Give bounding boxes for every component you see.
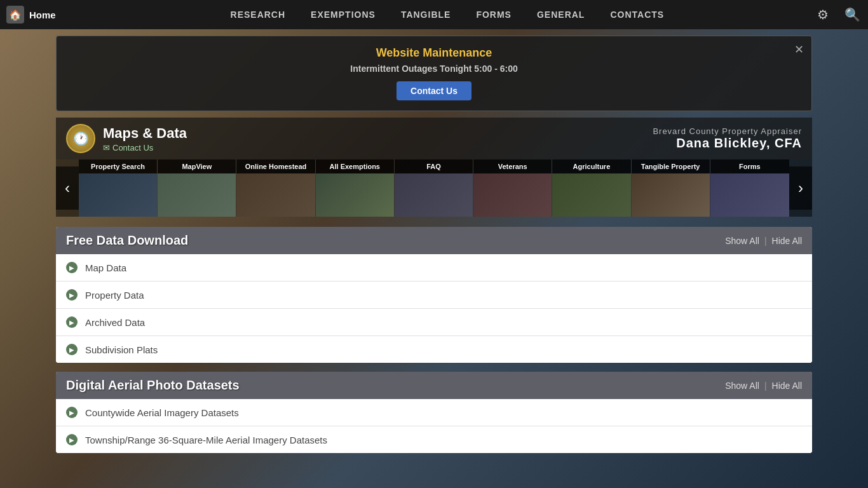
divider: | xyxy=(764,236,767,246)
logo-icon: 🕐 xyxy=(66,124,95,153)
aerial-photo-actions: Show All | Hide All xyxy=(725,381,802,391)
carousel-item-online-homestead[interactable]: Online Homestead xyxy=(236,159,315,217)
accordion-item-archived-data[interactable]: ▶ Archived Data xyxy=(56,309,812,336)
accordion-item-countywide-aerial[interactable]: ▶ Countywide Aerial Imagery Datasets xyxy=(56,399,812,426)
carousel-item-label-faq: FAQ xyxy=(395,159,473,173)
carousel-item-label-online-homestead: Online Homestead xyxy=(236,159,315,173)
envelope-icon: ✉ xyxy=(103,143,110,152)
carousel-item-label-forms: Forms xyxy=(710,159,789,173)
carousel-img-property-search xyxy=(79,173,157,217)
maintenance-banner: Website Maintenance Intermittent Outages… xyxy=(56,36,812,111)
accordion-item-township-range[interactable]: ▶ Township/Range 36-Square-Mile Aerial I… xyxy=(56,426,812,453)
accordion-arrow-township-range: ▶ xyxy=(66,434,78,445)
carousel-item-agriculture[interactable]: Agriculture xyxy=(552,159,631,217)
carousel-img-faq xyxy=(395,173,473,217)
carousel-item-property-search[interactable]: Property Search xyxy=(79,159,158,217)
carousel-item-veterans[interactable]: Veterans xyxy=(473,159,552,217)
site-header: 🕐 Maps & Data ✉ Contact Us Brevard Count… xyxy=(56,118,812,159)
aerial-photo-section: Digital Aerial Photo Datasets Show All |… xyxy=(56,372,812,453)
accordion-arrow-subdivision-plats: ▶ xyxy=(66,344,78,355)
aerial-photo-items: ▶ Countywide Aerial Imagery Datasets ▶ T… xyxy=(56,399,812,453)
site-contact-link[interactable]: ✉ Contact Us xyxy=(103,143,187,152)
carousel-img-tangible-property xyxy=(632,173,710,217)
navbar: 🏠 Home RESEARCHEXEMPTIONSTANGIBLEFORMSGE… xyxy=(0,0,868,29)
appraiser-info: Brevard County Property Appraiser Dana B… xyxy=(653,126,802,151)
carousel-item-forms[interactable]: Forms xyxy=(710,159,789,217)
home-link[interactable]: 🏠 Home xyxy=(6,6,56,24)
nav-link-exemptions[interactable]: EXEMPTIONS xyxy=(311,10,376,20)
aerial-photo-title: Digital Aerial Photo Datasets xyxy=(66,378,240,393)
accordion-arrow-countywide-aerial: ▶ xyxy=(66,407,78,418)
accordion-label-township-range: Township/Range 36-Square-Mile Aerial Ima… xyxy=(85,435,327,445)
carousel-item-tangible-property[interactable]: Tangible Property xyxy=(632,159,710,217)
maintenance-title: Website Maintenance xyxy=(67,46,801,60)
aerial-photo-header: Digital Aerial Photo Datasets Show All |… xyxy=(56,372,812,399)
carousel: ‹ Property Search MapView Online Homeste… xyxy=(56,159,812,217)
carousel-item-label-property-search: Property Search xyxy=(79,159,157,173)
accordion-item-property-data[interactable]: ▶ Property Data xyxy=(56,281,812,309)
accordion-arrow-map-data: ▶ xyxy=(66,262,78,273)
free-data-header: Free Data Download Show All | Hide All xyxy=(56,227,812,254)
accordion-label-countywide-aerial: Countywide Aerial Imagery Datasets xyxy=(85,407,239,418)
site-title: Maps & Data xyxy=(103,125,187,142)
carousel-item-label-mapview: MapView xyxy=(158,159,236,173)
navbar-links: RESEARCHEXEMPTIONSTANGIBLEFORMSGENERALCO… xyxy=(81,10,813,20)
free-data-items: ▶ Map Data ▶ Property Data ▶ Archived Da… xyxy=(56,254,812,363)
accordion-arrow-archived-data: ▶ xyxy=(66,316,78,328)
nav-link-research[interactable]: RESEARCH xyxy=(231,10,286,20)
divider2: | xyxy=(764,381,767,391)
free-data-hide-all[interactable]: Hide All xyxy=(772,236,802,246)
accordion-arrow-property-data: ▶ xyxy=(66,289,78,301)
county-name: Brevard County Property Appraiser xyxy=(653,126,802,136)
navbar-actions: ⚙ 🔍 xyxy=(813,5,862,24)
nav-link-general[interactable]: GENERAL xyxy=(537,10,585,20)
home-icon: 🏠 xyxy=(6,6,24,24)
accordion-label-property-data: Property Data xyxy=(85,290,144,301)
nav-link-contacts[interactable]: CONTACTS xyxy=(610,10,664,20)
carousel-item-all-exemptions[interactable]: All Exemptions xyxy=(316,159,395,217)
accordion-label-map-data: Map Data xyxy=(85,262,126,273)
carousel-next[interactable]: › xyxy=(789,166,812,210)
carousel-img-forms xyxy=(710,173,789,217)
accordion-item-subdivision-plats[interactable]: ▶ Subdivision Plats xyxy=(56,336,812,363)
contact-link-label: Contact Us xyxy=(112,143,153,152)
close-banner-button[interactable]: ✕ xyxy=(794,43,804,57)
nav-link-tangible[interactable]: TANGIBLE xyxy=(401,10,451,20)
contact-us-button[interactable]: Contact Us xyxy=(397,81,471,100)
aerial-photo-show-all[interactable]: Show All xyxy=(725,381,759,391)
free-data-title: Free Data Download xyxy=(66,233,188,248)
main-content: Website Maintenance Intermittent Outages… xyxy=(56,29,812,453)
carousel-item-label-agriculture: Agriculture xyxy=(552,159,630,173)
carousel-item-label-tangible-property: Tangible Property xyxy=(632,159,710,173)
carousel-img-mapview xyxy=(158,173,236,217)
settings-icon[interactable]: ⚙ xyxy=(813,5,832,24)
carousel-img-all-exemptions xyxy=(316,173,394,217)
free-data-actions: Show All | Hide All xyxy=(725,236,802,246)
search-icon[interactable]: 🔍 xyxy=(843,5,862,24)
carousel-item-mapview[interactable]: MapView xyxy=(158,159,236,217)
carousel-item-label-veterans: Veterans xyxy=(473,159,552,173)
carousel-prev[interactable]: ‹ xyxy=(56,166,79,210)
carousel-img-online-homestead xyxy=(236,173,315,217)
free-data-section: Free Data Download Show All | Hide All ▶… xyxy=(56,227,812,363)
home-label: Home xyxy=(29,10,56,20)
aerial-photo-hide-all[interactable]: Hide All xyxy=(772,381,802,391)
logo-text: Maps & Data ✉ Contact Us xyxy=(103,125,187,152)
carousel-img-agriculture xyxy=(552,173,630,217)
accordion-item-map-data[interactable]: ▶ Map Data xyxy=(56,254,812,281)
appraiser-name: Dana Blickley, CFA xyxy=(653,136,802,151)
carousel-item-faq[interactable]: FAQ xyxy=(395,159,473,217)
free-data-show-all[interactable]: Show All xyxy=(725,236,759,246)
maintenance-subtitle: Intermittent Outages Tonight 5:00 - 6:00 xyxy=(67,64,801,74)
accordion-label-subdivision-plats: Subdivision Plats xyxy=(85,344,158,355)
logo-area: 🕐 Maps & Data ✉ Contact Us xyxy=(66,124,187,153)
carousel-items: Property Search MapView Online Homestead… xyxy=(79,159,789,217)
nav-link-forms[interactable]: FORMS xyxy=(476,10,512,20)
accordion-label-archived-data: Archived Data xyxy=(85,317,145,328)
carousel-img-veterans xyxy=(473,173,552,217)
carousel-item-label-all-exemptions: All Exemptions xyxy=(316,159,394,173)
